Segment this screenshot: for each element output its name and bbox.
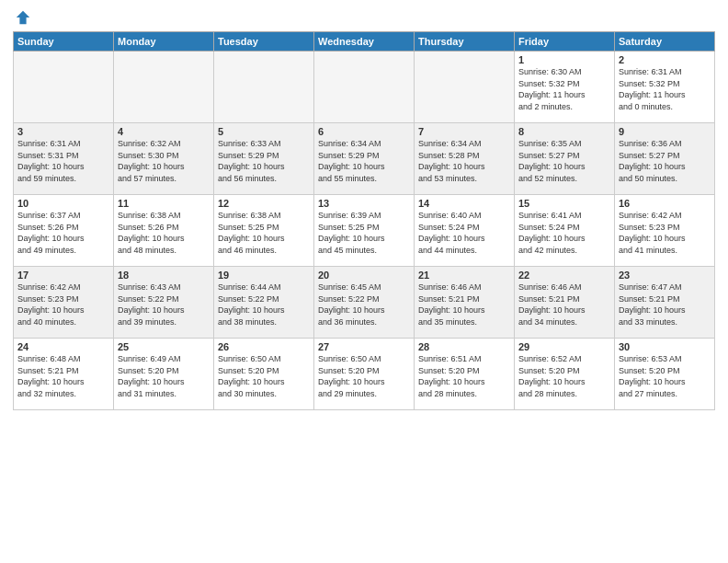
- calendar-cell: 4Sunrise: 6:32 AM Sunset: 5:30 PM Daylig…: [114, 123, 214, 195]
- day-info: Sunrise: 6:51 AM Sunset: 5:20 PM Dayligh…: [418, 353, 510, 399]
- day-info: Sunrise: 6:53 AM Sunset: 5:20 PM Dayligh…: [619, 353, 711, 399]
- day-info: Sunrise: 6:43 AM Sunset: 5:22 PM Dayligh…: [118, 282, 210, 327]
- day-number: 12: [218, 198, 310, 209]
- day-info: Sunrise: 6:45 AM Sunset: 5:22 PM Dayligh…: [318, 282, 410, 327]
- calendar-cell: 18Sunrise: 6:43 AM Sunset: 5:22 PM Dayli…: [114, 267, 214, 339]
- calendar-header-wednesday: Wednesday: [314, 32, 415, 52]
- calendar-cell: 9Sunrise: 6:36 AM Sunset: 5:27 PM Daylig…: [615, 123, 715, 195]
- calendar-cell: [214, 52, 314, 123]
- calendar-header-thursday: Thursday: [415, 32, 515, 52]
- calendar-cell: 25Sunrise: 6:49 AM Sunset: 5:20 PM Dayli…: [114, 339, 214, 410]
- day-number: 23: [619, 270, 711, 281]
- calendar-cell: 5Sunrise: 6:33 AM Sunset: 5:29 PM Daylig…: [214, 123, 314, 195]
- calendar-cell: 28Sunrise: 6:51 AM Sunset: 5:20 PM Dayli…: [415, 339, 515, 410]
- day-number: 2: [619, 54, 711, 65]
- day-info: Sunrise: 6:36 AM Sunset: 5:27 PM Dayligh…: [619, 138, 711, 184]
- calendar-cell: 1Sunrise: 6:30 AM Sunset: 5:32 PM Daylig…: [515, 52, 615, 123]
- calendar-cell: 10Sunrise: 6:37 AM Sunset: 5:26 PM Dayli…: [14, 195, 114, 267]
- day-info: Sunrise: 6:47 AM Sunset: 5:21 PM Dayligh…: [619, 282, 711, 327]
- day-number: 24: [17, 341, 109, 352]
- day-info: Sunrise: 6:37 AM Sunset: 5:26 PM Dayligh…: [17, 210, 109, 256]
- header: [13, 9, 715, 26]
- day-number: 20: [318, 270, 410, 281]
- day-info: Sunrise: 6:42 AM Sunset: 5:23 PM Dayligh…: [17, 282, 109, 327]
- day-info: Sunrise: 6:35 AM Sunset: 5:27 PM Dayligh…: [518, 138, 610, 184]
- calendar-cell: 27Sunrise: 6:50 AM Sunset: 5:20 PM Dayli…: [314, 339, 415, 410]
- calendar-cell: [415, 52, 515, 123]
- calendar-cell: 22Sunrise: 6:46 AM Sunset: 5:21 PM Dayli…: [515, 267, 615, 339]
- day-number: 3: [17, 126, 109, 137]
- calendar-cell: 15Sunrise: 6:41 AM Sunset: 5:24 PM Dayli…: [515, 195, 615, 267]
- calendar-cell: 11Sunrise: 6:38 AM Sunset: 5:26 PM Dayli…: [114, 195, 214, 267]
- day-number: 11: [118, 198, 210, 209]
- calendar-cell: 14Sunrise: 6:40 AM Sunset: 5:24 PM Dayli…: [415, 195, 515, 267]
- calendar-header-saturday: Saturday: [615, 32, 715, 52]
- day-number: 9: [619, 126, 711, 137]
- calendar-cell: [114, 52, 214, 123]
- calendar-cell: 12Sunrise: 6:38 AM Sunset: 5:25 PM Dayli…: [214, 195, 314, 267]
- logo: [13, 9, 31, 26]
- day-number: 30: [619, 341, 711, 352]
- logo-icon: [15, 9, 31, 26]
- calendar-week-row: 17Sunrise: 6:42 AM Sunset: 5:23 PM Dayli…: [14, 267, 715, 339]
- calendar-cell: 19Sunrise: 6:44 AM Sunset: 5:22 PM Dayli…: [214, 267, 314, 339]
- calendar-header-friday: Friday: [515, 32, 615, 52]
- day-number: 7: [418, 126, 510, 137]
- calendar-header-monday: Monday: [114, 32, 214, 52]
- day-info: Sunrise: 6:39 AM Sunset: 5:25 PM Dayligh…: [318, 210, 410, 256]
- day-number: 1: [518, 54, 610, 65]
- day-number: 26: [218, 341, 310, 352]
- day-number: 13: [318, 198, 410, 209]
- day-number: 14: [418, 198, 510, 209]
- calendar-cell: 6Sunrise: 6:34 AM Sunset: 5:29 PM Daylig…: [314, 123, 415, 195]
- day-info: Sunrise: 6:42 AM Sunset: 5:23 PM Dayligh…: [619, 210, 711, 256]
- day-number: 18: [118, 270, 210, 281]
- day-number: 16: [619, 198, 711, 209]
- day-info: Sunrise: 6:30 AM Sunset: 5:32 PM Dayligh…: [518, 66, 610, 112]
- calendar-week-row: 1Sunrise: 6:30 AM Sunset: 5:32 PM Daylig…: [14, 52, 715, 123]
- day-number: 29: [518, 341, 610, 352]
- svg-marker-0: [17, 11, 29, 24]
- day-info: Sunrise: 6:41 AM Sunset: 5:24 PM Dayligh…: [518, 210, 610, 256]
- day-number: 28: [418, 341, 510, 352]
- day-number: 22: [518, 270, 610, 281]
- day-info: Sunrise: 6:46 AM Sunset: 5:21 PM Dayligh…: [418, 282, 510, 327]
- day-info: Sunrise: 6:34 AM Sunset: 5:29 PM Dayligh…: [318, 138, 410, 184]
- calendar-cell: 21Sunrise: 6:46 AM Sunset: 5:21 PM Dayli…: [415, 267, 515, 339]
- calendar-cell: 24Sunrise: 6:48 AM Sunset: 5:21 PM Dayli…: [14, 339, 114, 410]
- day-info: Sunrise: 6:52 AM Sunset: 5:20 PM Dayligh…: [518, 353, 610, 399]
- day-info: Sunrise: 6:38 AM Sunset: 5:25 PM Dayligh…: [218, 210, 310, 256]
- calendar-header-sunday: Sunday: [14, 32, 114, 52]
- day-info: Sunrise: 6:48 AM Sunset: 5:21 PM Dayligh…: [17, 353, 109, 399]
- calendar-cell: 26Sunrise: 6:50 AM Sunset: 5:20 PM Dayli…: [214, 339, 314, 410]
- calendar-cell: 20Sunrise: 6:45 AM Sunset: 5:22 PM Dayli…: [314, 267, 415, 339]
- calendar-cell: 30Sunrise: 6:53 AM Sunset: 5:20 PM Dayli…: [615, 339, 715, 410]
- calendar: SundayMondayTuesdayWednesdayThursdayFrid…: [13, 31, 715, 410]
- calendar-week-row: 3Sunrise: 6:31 AM Sunset: 5:31 PM Daylig…: [14, 123, 715, 195]
- day-info: Sunrise: 6:44 AM Sunset: 5:22 PM Dayligh…: [218, 282, 310, 327]
- day-number: 19: [218, 270, 310, 281]
- calendar-cell: 29Sunrise: 6:52 AM Sunset: 5:20 PM Dayli…: [515, 339, 615, 410]
- calendar-week-row: 10Sunrise: 6:37 AM Sunset: 5:26 PM Dayli…: [14, 195, 715, 267]
- day-number: 21: [418, 270, 510, 281]
- calendar-header-row: SundayMondayTuesdayWednesdayThursdayFrid…: [14, 32, 715, 52]
- day-number: 8: [518, 126, 610, 137]
- calendar-header-tuesday: Tuesday: [214, 32, 314, 52]
- day-info: Sunrise: 6:40 AM Sunset: 5:24 PM Dayligh…: [418, 210, 510, 256]
- calendar-cell: [14, 52, 114, 123]
- calendar-cell: 16Sunrise: 6:42 AM Sunset: 5:23 PM Dayli…: [615, 195, 715, 267]
- day-number: 25: [118, 341, 210, 352]
- calendar-cell: 17Sunrise: 6:42 AM Sunset: 5:23 PM Dayli…: [14, 267, 114, 339]
- calendar-cell: 13Sunrise: 6:39 AM Sunset: 5:25 PM Dayli…: [314, 195, 415, 267]
- day-info: Sunrise: 6:46 AM Sunset: 5:21 PM Dayligh…: [518, 282, 610, 327]
- day-number: 10: [17, 198, 109, 209]
- day-info: Sunrise: 6:50 AM Sunset: 5:20 PM Dayligh…: [218, 353, 310, 399]
- day-info: Sunrise: 6:50 AM Sunset: 5:20 PM Dayligh…: [318, 353, 410, 399]
- day-number: 15: [518, 198, 610, 209]
- day-info: Sunrise: 6:34 AM Sunset: 5:28 PM Dayligh…: [418, 138, 510, 184]
- calendar-cell: 2Sunrise: 6:31 AM Sunset: 5:32 PM Daylig…: [615, 52, 715, 123]
- day-info: Sunrise: 6:32 AM Sunset: 5:30 PM Dayligh…: [118, 138, 210, 184]
- day-number: 5: [218, 126, 310, 137]
- day-info: Sunrise: 6:31 AM Sunset: 5:32 PM Dayligh…: [619, 66, 711, 112]
- day-number: 6: [318, 126, 410, 137]
